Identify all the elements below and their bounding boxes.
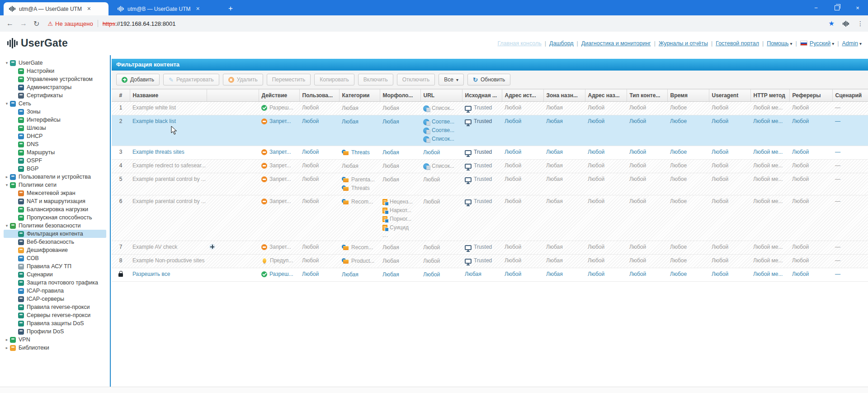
sidebar-item-сценарии[interactable]: Сценарии <box>4 270 106 279</box>
table-row[interactable]: 8Example Non-productive sitesПредуп...Лю… <box>112 255 868 268</box>
header-link-4[interactable]: Журналы и отчёты <box>659 40 708 47</box>
column-header-18[interactable]: Сценарий <box>832 90 868 102</box>
sidebar-item-bgp[interactable]: BGP <box>4 165 106 173</box>
rule-name[interactable]: Example threats sites <box>130 146 207 160</box>
browser-menu-icon[interactable]: ⋮ <box>857 20 863 27</box>
sidebar-item-icap-серверы[interactable]: ICAP-серверы <box>4 295 106 303</box>
table-row[interactable]: 7Example AV checkЗапрет...ЛюбойRecom...Л… <box>112 241 868 255</box>
browser-tab[interactable]: utm@B — UserGate UTM× <box>112 2 217 15</box>
chevron-right-icon[interactable]: ▸ <box>4 175 10 179</box>
rule-name[interactable]: Example parental control by ... <box>130 195 207 241</box>
sidebar-item-профили-dos[interactable]: Профили DoS <box>4 327 106 336</box>
sidebar-item-пропускная-способность[interactable]: Пропускная способность <box>4 213 106 222</box>
rule-name[interactable]: Example black list <box>130 115 207 146</box>
sidebar-item-маршруты[interactable]: Маршруты <box>4 148 106 156</box>
table-row[interactable]: 5Example parental control by ...Запрет..… <box>112 173 868 195</box>
header-link-8[interactable]: Admin <box>842 40 858 47</box>
column-header-11[interactable]: Зона назн... <box>543 90 585 102</box>
column-header-10[interactable]: Адрес ист... <box>502 90 543 102</box>
sidebar-item-дешифрование[interactable]: Дешифрование <box>4 246 106 254</box>
refresh-button[interactable]: ↻Обновить <box>467 74 510 85</box>
rule-name[interactable]: Example redirect to safesear... <box>130 160 207 173</box>
header-link-6[interactable]: Помощь <box>767 40 788 47</box>
browser-tab[interactable]: utm@A — UserGate UTM× <box>4 2 108 15</box>
sidebar-item-сов[interactable]: СОВ <box>4 254 106 262</box>
security-warning-label[interactable]: Не защищено <box>55 20 93 27</box>
window-minimize-icon[interactable]: − <box>806 0 826 15</box>
rule-name[interactable]: Разрешить все <box>130 268 207 282</box>
sidebar-item-vpn[interactable]: ▸VPN <box>4 336 106 344</box>
column-header-1[interactable]: # <box>112 90 130 102</box>
sidebar-item-dhcp[interactable]: DHCP <box>4 132 106 140</box>
sidebar-item-usergate[interactable]: ▾UserGate <box>4 59 106 67</box>
column-header-5[interactable]: Пользова... <box>299 90 339 102</box>
tab-close-icon[interactable]: × <box>85 5 93 13</box>
table-row[interactable]: 4Example redirect to safesear...Запрет..… <box>112 160 868 173</box>
window-close-icon[interactable]: × <box>847 0 868 15</box>
column-header-4[interactable]: Действие <box>259 90 299 102</box>
sidebar-item-шлюзы[interactable]: Шлюзы <box>4 124 106 132</box>
back-icon[interactable]: ← <box>6 19 14 28</box>
sidebar-item-интерфейсы[interactable]: Интерфейсы <box>4 116 106 124</box>
column-header-7[interactable]: Морфоло... <box>380 90 420 102</box>
sidebar-item-администраторы[interactable]: Администраторы <box>4 83 106 91</box>
chevron-down-icon[interactable]: ▾ <box>4 183 10 187</box>
header-link-7[interactable]: Русский <box>800 40 830 47</box>
security-warning-icon[interactable]: ⚠ <box>47 20 53 27</box>
rule-name[interactable]: Example Non-productive sites <box>130 255 207 268</box>
header-link-1[interactable]: Главная консоль <box>497 40 541 47</box>
sidebar-item-настройки[interactable]: Настройки <box>4 67 106 75</box>
table-row[interactable]: 1Example white listРазреш...ЛюбойЛюбаяЛю… <box>112 102 868 115</box>
sidebar-item-правила-защиты-dos[interactable]: Правила защиты DoS <box>4 319 106 327</box>
column-header-8[interactable]: URL <box>420 90 462 102</box>
forward-icon[interactable]: → <box>20 19 27 28</box>
sidebar-item-сертификаты[interactable]: Сертификаты <box>4 91 106 99</box>
table-row[interactable]: 6Example parental control by ...Запрет..… <box>112 195 868 241</box>
sidebar-item-фильтрация-контента[interactable]: Фильтрация контента <box>4 230 106 238</box>
sidebar-item-веб-безопасность[interactable]: Веб-безопасность <box>4 238 106 246</box>
sidebar-item-управление-устройством[interactable]: Управление устройством <box>4 75 106 83</box>
sidebar-item-балансировка-нагрузки[interactable]: Балансировка нагрузки <box>4 205 106 213</box>
column-header-12[interactable]: Адрес наз... <box>585 90 627 102</box>
rule-name[interactable]: Example AV check <box>130 241 207 255</box>
address-bar[interactable]: ⚠ Не защищено https ://192.168.64.128:80… <box>47 20 175 27</box>
chevron-right-icon[interactable]: ▸ <box>4 337 10 342</box>
rule-name[interactable]: Example parental control by ... <box>130 173 207 195</box>
sidebar-item-защита-почтового-трафика[interactable]: Защита почтового трафика <box>4 279 106 287</box>
filter-dropdown[interactable]: Все▾ <box>439 74 464 85</box>
table-row[interactable]: Разрешить всеРазреш...ЛюбойЛюбаяЛюбаяЛюб… <box>112 268 868 282</box>
extension-icon[interactable] <box>843 21 849 27</box>
sidebar-item-правила-reverse-прокси[interactable]: Правила reverse-прокси <box>4 303 106 311</box>
chevron-right-icon[interactable]: ▸ <box>4 346 10 350</box>
column-header-14[interactable]: Время <box>667 90 709 102</box>
window-restore-icon[interactable] <box>826 0 847 15</box>
sidebar-item-сеть[interactable]: ▾Сеть <box>4 99 106 108</box>
column-header-15[interactable]: Useragent <box>709 90 750 102</box>
table-row[interactable]: 2Example black listЗапрет...ЛюбойЛюбаяЛю… <box>112 115 868 146</box>
sidebar-item-политики-безопасности[interactable]: ▾Политики безопасности <box>4 222 106 230</box>
header-link-2[interactable]: Дашборд <box>549 40 574 47</box>
sidebar-item-межсетевой-экран[interactable]: Межсетевой экран <box>4 189 106 197</box>
column-header-16[interactable]: HTTP метод <box>750 90 789 102</box>
sidebar-item-icap-правила[interactable]: ICAP-правила <box>4 287 106 295</box>
rule-name[interactable]: Example white list <box>130 102 207 115</box>
sidebar-item-зоны[interactable]: Зоны <box>4 108 106 116</box>
new-tab-button[interactable]: + <box>225 4 236 14</box>
column-header-9[interactable]: Исходная ... <box>462 90 502 102</box>
header-link-5[interactable]: Гостевой портал <box>716 40 759 47</box>
reload-icon[interactable]: ↻ <box>33 19 39 28</box>
column-header-6[interactable]: Категории <box>339 90 380 102</box>
chevron-down-icon[interactable]: ▾ <box>4 223 10 228</box>
sidebar-item-пользователи-и-устройства[interactable]: ▸Пользователи и устройства <box>4 173 106 181</box>
column-header-2[interactable]: Название <box>130 90 207 102</box>
sidebar-item-ospf[interactable]: OSPF <box>4 156 106 165</box>
add-button[interactable]: Добавить <box>116 74 160 85</box>
sidebar-item-серверы-reverse-прокси[interactable]: Серверы reverse-прокси <box>4 311 106 319</box>
sidebar-item-nat-и-маршрутизация[interactable]: NAT и маршрутизация <box>4 197 106 205</box>
bookmark-star-icon[interactable]: ★ <box>829 19 835 28</box>
sidebar-item-политики-сети[interactable]: ▾Политики сети <box>4 181 106 189</box>
sidebar-item-dns[interactable]: DNS <box>4 140 106 148</box>
column-header-17[interactable]: Рефереры <box>789 90 832 102</box>
table-row[interactable]: 3Example threats sitesЗапрет...ЛюбойThre… <box>112 146 868 160</box>
header-link-3[interactable]: Диагностика и мониторинг <box>581 40 651 47</box>
